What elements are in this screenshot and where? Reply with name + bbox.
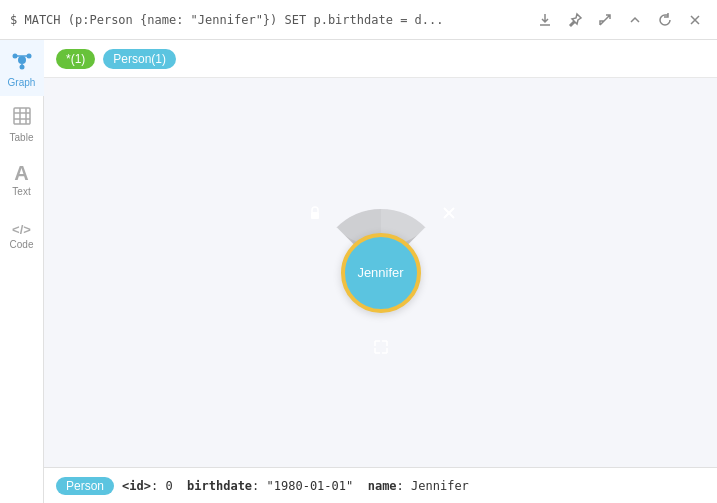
table-icon [12,106,32,129]
sidebar: Graph Table A Text </> Code [0,40,44,503]
tag-person[interactable]: Person(1) [103,49,176,69]
chevron-up-button[interactable] [623,8,647,32]
dismiss-icon[interactable] [437,201,461,225]
download-button[interactable] [533,8,557,32]
status-id-label: <id> [122,479,151,493]
refresh-button[interactable] [653,8,677,32]
status-id-value: : 0 [151,479,187,493]
sidebar-table-label: Table [10,132,34,143]
sidebar-item-graph[interactable]: Graph [0,40,44,96]
title-bar-left: $ MATCH (p:Person {name: "Jennifer"}) SE… [10,13,533,27]
sidebar-item-table[interactable]: Table [0,96,44,152]
sidebar-graph-label: Graph [8,77,36,88]
tag-star[interactable]: *(1) [56,49,95,69]
status-person-tag: Person [56,477,114,495]
node-expand-icon[interactable] [369,335,393,359]
tags-bar: *(1) Person(1) [44,40,717,78]
graph-icon [11,49,33,74]
svg-rect-7 [14,108,30,124]
close-button[interactable] [683,8,707,32]
person-node[interactable]: Jennifer [341,233,421,313]
status-bar: Person <id>: 0 birthdate: "1980-01-01" n… [44,467,717,503]
title-bar: $ MATCH (p:Person {name: "Jennifer"}) SE… [0,0,717,40]
lock-icon[interactable] [303,201,327,225]
expand-button[interactable] [593,8,617,32]
svg-point-0 [18,56,26,64]
sidebar-item-code[interactable]: </> Code [0,208,44,264]
sidebar-text-label: Text [12,186,30,197]
sidebar-code-label: Code [10,239,34,250]
status-name-value: : Jennifer [397,479,469,493]
svg-rect-15 [311,212,319,219]
text-icon: A [14,163,28,183]
status-name-label: name [368,479,397,493]
status-birthdate-value: : "1980-01-01" [252,479,368,493]
query-text: $ MATCH (p:Person {name: "Jennifer"}) SE… [10,13,443,27]
main-area: Graph Table A Text </> Code [0,40,717,503]
code-icon: </> [12,223,31,236]
status-birthdate-label: birthdate [187,479,252,493]
node-container: Jennifer [281,173,481,373]
sidebar-item-text[interactable]: A Text [0,152,44,208]
node-label: Jennifer [357,265,403,280]
pin-button[interactable] [563,8,587,32]
content-area: *(1) Person(1) [44,40,717,503]
status-details: <id>: 0 birthdate: "1980-01-01" name: Je… [122,479,469,493]
title-bar-actions [533,8,707,32]
graph-canvas[interactable]: Jennifer [44,78,717,467]
